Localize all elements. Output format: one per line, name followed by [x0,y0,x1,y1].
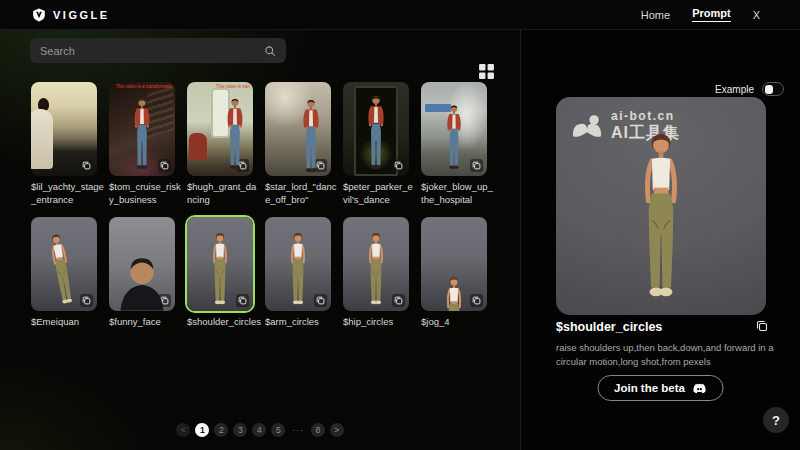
gallery-card-selected[interactable]: $shoulder_circles [187,217,253,329]
copy-prompt-button[interactable] [756,320,768,332]
aibot-logo-icon [571,114,603,139]
card-thumbnail[interactable] [31,217,97,311]
card-figure [44,96,84,173]
gallery-card[interactable]: $Emeiquan [31,217,97,329]
pagination-page-8[interactable]: 8 [311,423,325,437]
card-figure [434,217,474,311]
brand[interactable]: VIGGLE [32,8,110,22]
watermark-site: ai-bot.cn [611,110,680,124]
card-label: $tom_cruise_risky_business [109,181,183,207]
card-figure [215,96,253,173]
card-label: $star_lord_"dance_off_bro" [265,181,339,207]
example-toggle[interactable] [762,82,784,96]
discord-icon [693,383,707,394]
pagination-prev[interactable]: < [176,423,190,437]
card-thumbnail[interactable] [343,217,409,311]
card-notice: This video is tran [216,84,250,89]
search-input[interactable] [40,45,264,57]
pagination-ellipsis: ··· [290,423,306,437]
card-label: $shoulder_circles [187,316,261,329]
detail-panel: Example ai-bot.cn AI工具集 $shoulder_circle [520,30,800,450]
card-label: $jog_4 [421,316,495,329]
card-thumbnail[interactable]: This video is a transformatio [109,82,175,176]
example-label: Example [715,84,754,95]
nav-x[interactable]: X [753,9,760,21]
card-thumbnail[interactable] [265,217,331,311]
grid-icon [478,63,495,80]
example-preview: ai-bot.cn AI工具集 [556,97,766,315]
gallery-panel: $lil_yachty_stage_entrance This video is… [0,30,520,450]
preview-character [613,129,709,305]
card-label: $joker_blow_up_the_hospital [421,181,495,207]
card-thumbnail[interactable] [187,217,253,311]
top-bar: VIGGLE Home Prompt X [0,0,800,30]
nav-prompt[interactable]: Prompt [692,7,731,22]
gallery-card[interactable]: $jog_4 [421,217,487,329]
gallery-card[interactable]: $peter_parker_evil's_dance [343,82,409,207]
card-figure [200,231,240,308]
grid-view-button[interactable] [478,63,495,80]
card-label: $lil_yachty_stage_entrance [31,181,105,207]
card-figure [356,231,396,308]
pagination: < 1 2 3 4 5 ··· 8 > [0,423,520,437]
search-bar[interactable] [30,38,286,63]
gallery-card[interactable]: $star_lord_"dance_off_bro" [265,82,331,207]
gallery-card[interactable]: $lil_yachty_stage_entrance [31,82,97,207]
card-thumbnail[interactable] [265,82,331,176]
gallery-card[interactable]: This video is a transformatio $tom_cruis… [109,82,175,207]
card-label: $hip_circles [343,316,417,329]
pagination-next[interactable]: > [330,423,344,437]
pagination-page-1[interactable]: 1 [195,423,209,437]
card-label: $hugh_grant_dancing [187,181,261,207]
card-label: $peter_parker_evil's_dance [343,181,417,207]
card-figure [109,217,175,311]
card-figure [356,93,396,173]
card-figure [291,85,331,176]
join-beta-button[interactable]: Join the beta [597,375,724,401]
top-nav: Home Prompt X [641,7,760,22]
gallery-card[interactable]: $funny_face [109,217,175,329]
card-label: $funny_face [109,316,183,329]
card-notice: This video is a transformatio [116,84,172,89]
gallery-card[interactable]: $joker_blow_up_the_hospital [421,82,487,207]
nav-home[interactable]: Home [641,9,670,21]
pagination-page-5[interactable]: 5 [271,423,285,437]
gallery-card[interactable]: $hip_circles [343,217,409,329]
detail-description: raise shoulders up,then back,down,and fo… [556,341,774,370]
toggle-knob-icon [765,85,773,94]
card-thumbnail[interactable] [109,217,175,311]
card-thumbnail[interactable] [343,82,409,176]
search-icon[interactable] [264,45,276,57]
brand-label: VIGGLE [53,9,110,21]
detail-header: $shoulder_circles [556,320,768,334]
card-label: $arm_circles [265,316,339,329]
gallery-card[interactable]: This video is tran $hugh_grant_dancing [187,82,253,207]
pagination-page-4[interactable]: 4 [252,423,266,437]
card-label: $Emeiquan [31,316,105,329]
pagination-page-2[interactable]: 2 [214,423,228,437]
main-area: $lil_yachty_stage_entrance This video is… [0,30,800,450]
join-beta-label: Join the beta [614,382,685,394]
help-button[interactable]: ? [763,407,789,433]
card-thumbnail[interactable] [421,82,487,176]
card-figure [122,96,162,173]
detail-title: $shoulder_circles [556,320,662,334]
card-figure [278,231,318,308]
card-figure [434,103,474,173]
example-row: Example [715,82,784,96]
pagination-page-3[interactable]: 3 [233,423,247,437]
gallery-card[interactable]: $arm_circles [265,217,331,329]
card-thumbnail[interactable] [421,217,487,311]
copy-icon [756,320,768,332]
card-figure [36,230,88,311]
card-thumbnail[interactable] [31,82,97,176]
viggle-logo-icon [32,8,46,22]
template-grid: $lil_yachty_stage_entrance This video is… [31,82,487,328]
card-thumbnail[interactable]: This video is tran [187,82,253,176]
